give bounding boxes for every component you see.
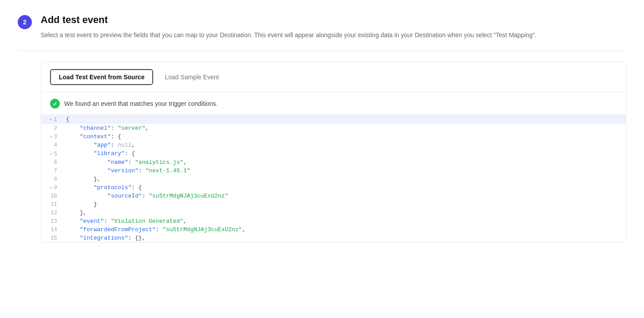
code-line: 12 },: [41, 209, 626, 217]
line-number: 11: [41, 201, 62, 209]
tab-load-test-event[interactable]: Load Test Event from Source: [50, 69, 153, 85]
line-content: },: [62, 209, 90, 217]
code-line: 13 "event": "Violation Generated",: [41, 217, 626, 225]
line-content: }: [62, 200, 100, 209]
line-number: 14: [41, 226, 62, 234]
line-number: 10: [41, 192, 62, 200]
code-line: 7 "version": "next-1.46.1": [41, 167, 626, 175]
code-line: ▾9 "protocols": {: [41, 183, 626, 192]
line-number: 4: [41, 141, 62, 149]
line-number: ▾3: [41, 133, 62, 141]
tab-load-sample-event[interactable]: Load Sample Event: [157, 70, 227, 84]
line-content: "protocols": {: [62, 183, 146, 192]
step-title: Add test event: [41, 14, 626, 26]
code-line: ▾3 "context": {: [41, 132, 626, 141]
code-line: 10 "sourceId": "su5trMdgNJAj3cuExU2nz": [41, 192, 626, 200]
line-number: ▾9: [41, 184, 62, 192]
test-event-card: Load Test Event from Source Load Sample …: [41, 62, 626, 243]
code-area: ▾1{2 "channel": "server",▾3 "context": {…: [41, 115, 626, 242]
line-number: 15: [41, 234, 62, 242]
line-content: "sourceId": "su5trMdgNJAj3cuExU2nz": [62, 192, 232, 200]
line-content: "forwardedFromProject": "su5trMdgNJAj3cu…: [62, 225, 249, 234]
line-content: {: [62, 115, 73, 124]
line-number: 8: [41, 175, 62, 183]
step-title-block: Add test event Select a test event to pr…: [41, 14, 626, 40]
line-content: "event": "Violation Generated",: [62, 217, 190, 225]
code-line: 14 "forwardedFromProject": "su5trMdgNJAj…: [41, 225, 626, 234]
code-line: 6 "name": "analytics.js",: [41, 158, 626, 167]
code-line: 2 "channel": "server",: [41, 124, 626, 132]
line-number: 7: [41, 167, 62, 175]
line-number: 6: [41, 159, 62, 167]
success-icon: [50, 99, 60, 109]
tab-bar: Load Test Event from Source Load Sample …: [41, 62, 626, 93]
line-content: "name": "analytics.js",: [62, 158, 190, 167]
code-line: 15 "integrations": {},: [41, 234, 626, 242]
step-description: Select a test event to preview the field…: [41, 30, 616, 40]
line-number: ▾5: [41, 150, 62, 158]
line-content: "app": null,: [62, 141, 139, 149]
line-content: "context": {: [62, 132, 125, 141]
line-number: 2: [41, 124, 62, 132]
line-number: 13: [41, 217, 62, 225]
section-divider: [18, 50, 626, 51]
line-number: ▾1: [41, 116, 62, 124]
code-line: 4 "app": null,: [41, 141, 626, 149]
success-message: We found an event that matches your trig…: [64, 100, 218, 107]
line-content: "integrations": {},: [62, 234, 149, 242]
line-content: "library": {: [62, 149, 139, 158]
step-header: 2 Add test event Select a test event to …: [18, 14, 626, 40]
code-line: 11 }: [41, 200, 626, 209]
line-number: 12: [41, 209, 62, 217]
code-line: 8 },: [41, 175, 626, 183]
success-banner: We found an event that matches your trig…: [41, 93, 626, 115]
line-content: },: [62, 175, 104, 183]
code-line: ▾5 "library": {: [41, 149, 626, 158]
step-number: 2: [18, 15, 32, 29]
code-line: ▾1{: [41, 115, 626, 124]
line-content: "channel": "server",: [62, 124, 152, 132]
line-content: "version": "next-1.46.1": [62, 167, 194, 175]
